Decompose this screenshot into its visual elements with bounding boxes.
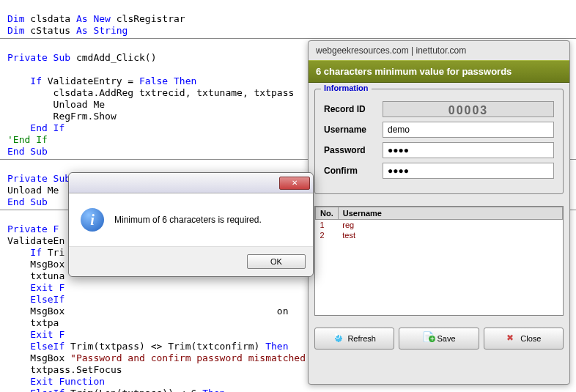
close-icon [506,333,517,344]
user-grid[interactable]: No. Username 1 reg 2 test [314,206,564,316]
username-input[interactable] [383,122,554,138]
password-label: Password [324,145,383,155]
confirm-label: Confirm [324,166,383,176]
refresh-icon [333,333,344,344]
close-button[interactable]: Close [484,328,564,350]
msgbox-text: Minimum of 6 characeters is required. [114,215,262,225]
messagebox: ✕ i Minimum of 6 characeters is required… [68,172,314,277]
msgbox-close-button[interactable]: ✕ [279,177,310,190]
grid-header-username[interactable]: Username [338,207,562,220]
msgbox-titlebar[interactable]: ✕ [69,173,313,193]
save-button[interactable]: Save [399,328,479,350]
msgbox-ok-button[interactable]: OK [247,254,306,269]
form-banner: 6 characters minimum value for passwords [309,60,569,83]
information-fieldset: Information Record ID 00003 Username Pas… [314,89,564,194]
table-row[interactable]: 1 reg [316,220,563,231]
code-editor: Dim clsdata As New clsRegistrar Dim cSta… [0,0,576,38]
confirm-input[interactable] [383,163,554,179]
grid-header-no[interactable]: No. [316,207,339,220]
recordid-label: Record ID [324,104,383,114]
form-title: webgeekresources.com | inettutor.com [309,41,569,60]
registrar-form-window: webgeekresources.com | inettutor.com 6 c… [308,40,570,385]
recordid-value: 00003 [383,101,554,117]
password-input[interactable] [383,142,554,158]
fieldset-legend: Information [321,84,372,92]
username-label: Username [324,125,383,135]
refresh-button[interactable]: Refresh [314,328,394,350]
info-icon: i [81,208,104,232]
table-row[interactable]: 2 test [316,230,563,240]
save-icon [422,333,434,344]
